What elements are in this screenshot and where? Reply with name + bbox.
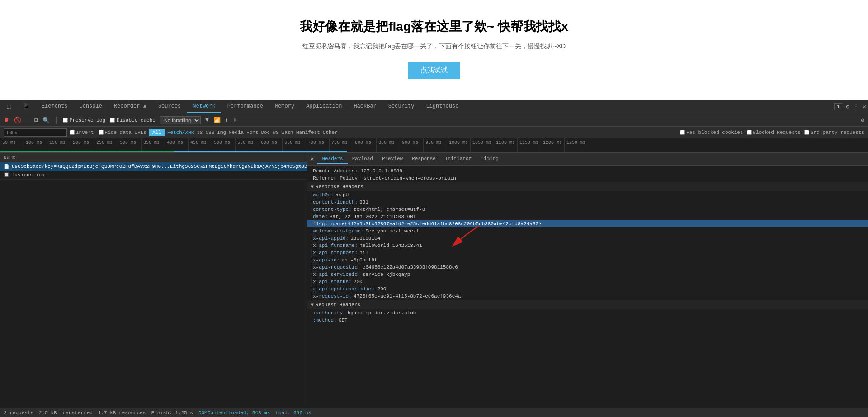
remote-address-text: Remote Address: 127.0.0.1:8888 [313, 168, 402, 174]
timeline-tick: 550 ms [235, 138, 259, 152]
filter-other[interactable]: Other [323, 130, 338, 135]
dom-content-loaded[interactable]: DOMContentLoaded: 648 ms [198, 410, 270, 416]
filter-wasm[interactable]: Wasm [282, 130, 293, 135]
invert-checkbox[interactable] [70, 130, 75, 135]
filter-input[interactable] [4, 128, 67, 137]
disable-cache-checkbox[interactable] [110, 118, 115, 123]
htab-preview[interactable]: Preview [377, 154, 407, 164]
filter-icon[interactable]: ⊞ [34, 117, 38, 124]
htab-headers[interactable]: Headers [317, 154, 347, 164]
network-toolbar: ⏺ 🚫 ⊞ 🔍 Preserve log Disable cache No th… [0, 114, 868, 127]
hdr-key-content-type: content-type: [313, 207, 352, 212]
filter-all[interactable]: All [149, 129, 165, 136]
hdr-val-welcome: See you next week! [365, 228, 419, 234]
tab-memory[interactable]: Memory [269, 100, 300, 113]
filter-css[interactable]: CSS [205, 130, 214, 135]
record-icon[interactable]: ⏺ [4, 117, 9, 123]
htab-timing[interactable]: Timing [476, 154, 503, 164]
preserve-log-checkbox[interactable] [63, 118, 68, 123]
devtools-icon-inspect[interactable]: ⬚ [2, 100, 16, 114]
devtools-close-icon[interactable]: ✕ [863, 103, 866, 110]
page-content: 我好像在就是把flag落在这里了欸~ 快帮我找找x 红豆泥私密马赛，我忘记我把f… [0, 0, 868, 100]
download-icon[interactable]: ⬇ [233, 117, 237, 124]
right-settings-icon[interactable]: ⚙ [861, 117, 864, 124]
tab-elements[interactable]: Elements [36, 100, 73, 113]
tab-lighthouse[interactable]: Lighthouse [420, 100, 464, 113]
wifi-icon[interactable]: 📶 [213, 117, 221, 124]
upload-icon[interactable]: ⬆ [225, 117, 229, 124]
has-blocked-checkbox[interactable] [680, 130, 685, 135]
timeline-marker [382, 138, 382, 152]
tab-hackbar[interactable]: HackBar [348, 100, 382, 113]
hdr-appid: x-api-appid: 1308188104 [307, 235, 868, 242]
hdr-key-authority: :authority: [313, 310, 346, 316]
hide-data-urls-checkbox[interactable] [99, 130, 104, 135]
timeline-progress [0, 151, 347, 152]
devtools-more-icon[interactable]: ⋮ [853, 103, 859, 110]
tab-recorder[interactable]: Recorder ▲ [108, 100, 152, 113]
hdr-val-authority: hgame-spider.vidar.club [348, 310, 416, 316]
timeline-tick: 1150 ms [517, 138, 541, 152]
third-party-checkbox[interactable] [804, 130, 809, 135]
hdr-val-auth0r: asjdf [335, 192, 350, 198]
invert-label: Invert [70, 130, 94, 135]
hdr-val-api-id: api-6p0hmf8t [341, 257, 377, 263]
tab-network[interactable]: Network [187, 100, 221, 113]
response-headers-section[interactable]: ▼ Response Headers [307, 182, 868, 191]
throttling-select[interactable]: No throttling [160, 116, 201, 124]
hdr-key-date: date: [313, 214, 328, 219]
hdr-key-api-status: x-api-status: [313, 279, 352, 284]
timeline-bar: 50 ms100 ms150 ms200 ms250 ms300 ms350 m… [0, 138, 868, 153]
search-icon[interactable]: 🔍 [42, 117, 50, 124]
htab-initiator[interactable]: Initiator [440, 154, 476, 164]
tab-application[interactable]: Application [301, 100, 347, 113]
filter-row: Invert Hide data URLs All Fetch/XHR JS C… [0, 127, 868, 138]
filter-media[interactable]: Media [229, 130, 244, 135]
timeline-tick: 700 ms [306, 138, 329, 152]
htab-response[interactable]: Response [407, 154, 440, 164]
tab-sources[interactable]: Sources [153, 100, 186, 113]
tab-console[interactable]: Console [74, 100, 107, 113]
request-item-1[interactable]: 📄 8983cb3acd?key=KuQQG2dpMEt8jcFQSOMPeOZ… [0, 162, 307, 171]
request-section-arrow: ▼ [311, 303, 314, 308]
request-item-2[interactable]: 🔲 favicon.ico [0, 171, 307, 180]
hdr-val-serviceid: service-kjbkqayp [363, 272, 410, 277]
devtools-panel: ⬚ 📱 Elements Console Recorder ▲ Sources … [0, 100, 868, 417]
req-img-icon: 🔲 [4, 172, 9, 178]
htab-payload[interactable]: Payload [348, 154, 377, 164]
hdr-key-serviceid: x-api-serviceid: [313, 272, 361, 277]
filter-doc[interactable]: Doc [261, 130, 270, 135]
tab-performance[interactable]: Performance [222, 100, 269, 113]
filter-js[interactable]: JS [197, 130, 203, 135]
filter-img[interactable]: Img [217, 130, 226, 135]
try-button[interactable]: 点我试试 [408, 62, 460, 79]
timeline-tick: 100 ms [24, 138, 47, 152]
load-time[interactable]: Load: 666 ms [275, 410, 311, 416]
filter-manifest[interactable]: Manifest [296, 130, 320, 135]
hdr-api-id: x-api-id: api-6p0hmf8t [307, 256, 868, 264]
hdr-f14g: f14g: hgame{442a9b3fc92867eafd24e25cfedd… [307, 220, 868, 227]
hdr-key-funcname: x-api-funcname: [313, 243, 358, 248]
tab-security[interactable]: Security [383, 100, 420, 113]
hdr-val-httphost: nil [359, 250, 368, 256]
clear-icon[interactable]: 🚫 [14, 117, 21, 124]
status-bar: 2 requests 2.5 kB transferred 1.7 kB res… [0, 408, 868, 417]
filter-fetch-xhr[interactable]: Fetch/XHR [167, 130, 194, 135]
blocked-requests-checkbox[interactable] [747, 130, 752, 135]
devtools-icon-mobile[interactable]: 📱 [17, 100, 35, 114]
timeline-tick: 650 ms [282, 138, 306, 152]
filter-font[interactable]: Font [246, 130, 258, 135]
close-panel-icon[interactable]: ✕ [310, 155, 314, 163]
throttle-icon[interactable]: ▼ [205, 117, 209, 123]
hdr-api-status: x-api-status: 200 [307, 278, 868, 285]
hdr-funcname: x-api-funcname: helloworld-1642513741 [307, 242, 868, 249]
hdr-key-auth0r: auth0r: [313, 192, 334, 198]
timeline-ticks: 50 ms100 ms150 ms200 ms250 ms300 ms350 m… [0, 138, 868, 152]
hdr-val-content-length: 831 [359, 199, 368, 205]
timeline-tick: 200 ms [71, 138, 94, 152]
requests-count: 2 requests [4, 410, 33, 416]
request-headers-section[interactable]: ▼ Request Headers [307, 300, 868, 309]
filter-ws[interactable]: WS [273, 130, 278, 135]
remote-address-row: Remote Address: 127.0.0.1:8888 [307, 167, 868, 175]
devtools-settings-icon[interactable]: ⚙ [846, 103, 849, 110]
